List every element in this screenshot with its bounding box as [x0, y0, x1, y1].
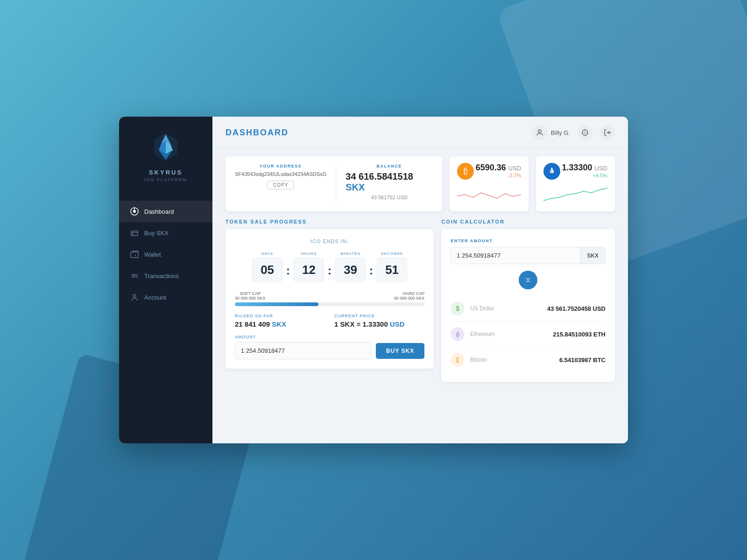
- wallet-label: Wallet: [144, 251, 161, 258]
- minutes-value: 39: [335, 258, 366, 282]
- amount-section: AMOUNT BUY SKX: [235, 335, 424, 359]
- sidebar-item-dashboard[interactable]: Dashboard: [119, 201, 212, 222]
- price-cards: ₿ 6590.36 USD -2.7%: [450, 156, 615, 211]
- enter-amount-label: ENTER AMOUNT: [451, 238, 606, 243]
- transactions-label: Transactions: [144, 273, 179, 280]
- address-section: YOUR ADDRESS SF43543sdg2340JLsdas34234AS…: [235, 164, 336, 204]
- btc-mini-chart: [457, 184, 521, 205]
- btc-price-value: 6590.36 USD: [476, 163, 521, 173]
- address-label: YOUR ADDRESS: [260, 164, 302, 168]
- soft-cap-label: SOFT CAP 30 000 000 SKX: [235, 291, 266, 301]
- calc-input-row: SKX: [451, 247, 606, 264]
- skx-coin-icon: [543, 163, 560, 180]
- raised-stat: RAISED SO FAR 21 841 409 SKX: [235, 314, 325, 328]
- logo-icon: [152, 131, 180, 163]
- buy-skx-icon: [130, 229, 139, 237]
- top-row: YOUR ADDRESS SF43543sdg2340JLsdas34234AS…: [226, 156, 615, 211]
- balance-amount: 34 616.5841518 SKX: [345, 171, 433, 193]
- coin-calc-title: COIN CALCULATOR: [441, 219, 615, 224]
- btc-coin-icon: ₿: [457, 163, 474, 180]
- eth-name: Ethereum: [470, 331, 547, 337]
- address-text: SF43543sdg2340JLsdas34234ASDSsG: [235, 171, 326, 177]
- dashboard-icon: [130, 207, 139, 216]
- sidebar-item-buy-skx[interactable]: Buy SKX: [119, 222, 212, 244]
- user-info: Billy G.: [532, 125, 570, 140]
- btc-icon: ₿: [451, 353, 465, 367]
- user-name: Billy G.: [551, 129, 570, 136]
- balance-label: BALANCE: [377, 164, 402, 168]
- user-icon[interactable]: [532, 125, 547, 140]
- raised-label: RAISED SO FAR: [235, 314, 325, 318]
- svg-point-12: [538, 130, 541, 133]
- price-stat: CURRENT PRICE 1 SKX = 1.33300 USD: [334, 314, 424, 328]
- account-icon: [130, 293, 139, 301]
- logout-icon[interactable]: [600, 125, 615, 140]
- minutes-label: MINUTES: [340, 252, 360, 256]
- topbar-right: Billy G.: [532, 125, 615, 140]
- timer-minutes: MINUTES 39: [335, 252, 366, 282]
- equals-button[interactable]: =: [519, 271, 537, 289]
- coin-calc-card: ENTER AMOUNT SKX = $ US Dollar 43 561.75…: [441, 229, 615, 382]
- btc-price-change: -2.7%: [476, 173, 521, 178]
- skx-price-info: 1.33300 USD +4.5%: [562, 163, 607, 178]
- svg-point-11: [133, 294, 136, 297]
- sidebar: SKYRUS ICO PLATFORM Dashboard: [119, 117, 212, 443]
- hard-cap-label: HARD CAP 50 000 000 SKX: [394, 291, 425, 301]
- eth-value: 215.84510093 ETH: [553, 331, 606, 338]
- balance-section: BALANCE 34 616.5841518 SKX 43 561752 USD: [336, 164, 433, 204]
- sidebar-item-transactions[interactable]: Transactions: [119, 265, 212, 287]
- btc-name: Bitcoin: [470, 357, 554, 363]
- usd-name: US Dollar: [470, 305, 542, 312]
- stats-row: RAISED SO FAR 21 841 409 SKX CURRENT PRI…: [235, 314, 424, 328]
- skx-price-change: +4.5%: [562, 173, 607, 178]
- progress-fill: [235, 302, 318, 306]
- calc-result-usd: $ US Dollar 43 561.7520458 USD: [451, 296, 606, 322]
- copy-button[interactable]: COPY: [267, 181, 294, 189]
- buy-skx-button[interactable]: BUY SKX: [376, 343, 424, 359]
- btc-value: 6.54103987 BTC: [559, 357, 606, 364]
- transactions-icon: [130, 272, 139, 280]
- usd-value: 43 561.7520458 USD: [547, 305, 606, 312]
- brand-name: SKYRUS: [149, 169, 183, 176]
- topbar: DASHBOARD Billy G.: [212, 117, 628, 149]
- middle-row: TOKEN SALE PROGRESS ICO ENDS IN: DAYS 05…: [226, 219, 615, 436]
- page-title: DASHBOARD: [226, 128, 289, 138]
- amount-input[interactable]: [235, 342, 371, 359]
- timer-days: DAYS 05: [252, 252, 282, 282]
- calc-result-eth: ⟠ Ethereum 215.84510093 ETH: [451, 322, 606, 347]
- content-area: YOUR ADDRESS SF43543sdg2340JLsdas34234AS…: [212, 149, 628, 443]
- calc-input[interactable]: [451, 247, 580, 264]
- sidebar-item-wallet[interactable]: Wallet: [119, 244, 212, 265]
- coin-calc-section: COIN CALCULATOR ENTER AMOUNT SKX = $: [441, 219, 615, 436]
- address-balance-card: YOUR ADDRESS SF43543sdg2340JLsdas34234AS…: [226, 156, 442, 211]
- hours-label: HOURS: [301, 252, 317, 256]
- skx-price-card: 1.33300 USD +4.5%: [536, 156, 615, 211]
- token-sale-card: ICO ENDS IN: DAYS 05 : HOURS 12: [226, 229, 434, 369]
- token-sale-title: TOKEN SALE PROGRESS: [226, 219, 434, 224]
- sidebar-item-account[interactable]: Account: [119, 287, 212, 308]
- skx-card-top: 1.33300 USD +4.5%: [543, 163, 607, 180]
- svg-point-6: [133, 210, 136, 213]
- brand-sub: ICO PLATFORM: [145, 177, 187, 182]
- eth-icon: ⟠: [451, 327, 465, 341]
- days-label: DAYS: [261, 252, 273, 256]
- buy-skx-label: Buy SKX: [144, 230, 169, 237]
- svg-rect-10: [131, 252, 138, 258]
- account-label: Account: [144, 294, 166, 301]
- days-value: 05: [252, 258, 282, 282]
- progress-labels: SOFT CAP 30 000 000 SKX HARD CAP 50 000 …: [235, 291, 424, 301]
- colon-1: :: [286, 264, 290, 277]
- seconds-label: SECONDS: [381, 252, 403, 256]
- timer-seconds: SECONDS 51: [377, 252, 407, 282]
- token-sale-section: TOKEN SALE PROGRESS ICO ENDS IN: DAYS 05…: [226, 219, 434, 436]
- raised-value: 21 841 409 SKX: [235, 320, 325, 328]
- price-label: CURRENT PRICE: [334, 314, 424, 318]
- dashboard-label: Dashboard: [144, 208, 174, 215]
- btc-price-info: 6590.36 USD -2.7%: [476, 163, 521, 178]
- calc-result-btc: ₿ Bitcoin 6.54103987 BTC: [451, 347, 606, 372]
- btc-price-card: ₿ 6590.36 USD -2.7%: [450, 156, 529, 211]
- nav-menu: Dashboard Buy SKX Wall: [119, 201, 212, 443]
- theme-icon[interactable]: [578, 125, 592, 140]
- timer-row: DAYS 05 : HOURS 12 : MINUTES: [235, 252, 424, 282]
- progress-track: [235, 302, 424, 306]
